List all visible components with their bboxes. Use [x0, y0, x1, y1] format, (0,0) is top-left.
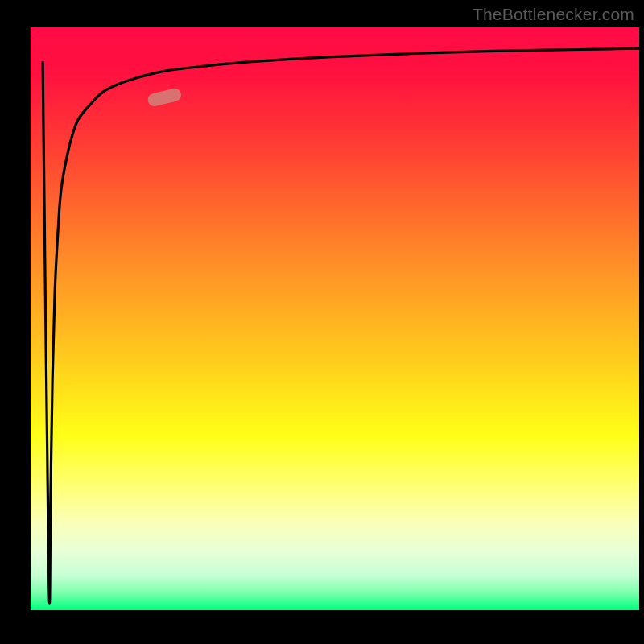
attribution-label: TheBottlenecker.com: [473, 5, 634, 24]
chart-frame: TheBottlenecker.com: [0, 0, 644, 644]
bottleneck-curve: [43, 48, 639, 603]
curve-layer: [31, 27, 639, 610]
curve-marker: [147, 87, 183, 107]
